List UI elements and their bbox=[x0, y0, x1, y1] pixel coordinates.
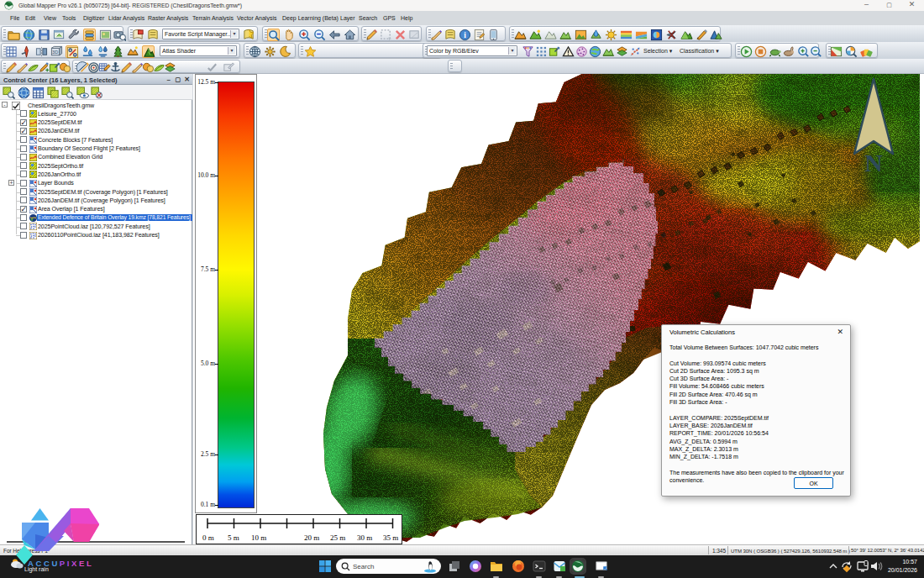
svg-text:N: N bbox=[864, 149, 883, 176]
svg-text:0 m: 0 m bbox=[202, 533, 214, 542]
svg-text:i: i bbox=[464, 31, 466, 39]
svg-text:5 m: 5 m bbox=[228, 533, 239, 542]
svg-text:35 m: 35 m bbox=[383, 533, 398, 542]
svg-text:25 m: 25 m bbox=[330, 533, 345, 542]
svg-text:30 m: 30 m bbox=[357, 533, 372, 542]
svg-text:3D: 3D bbox=[52, 49, 58, 54]
svg-text:20 m: 20 m bbox=[304, 533, 319, 542]
svg-text:10 m: 10 m bbox=[251, 533, 266, 542]
